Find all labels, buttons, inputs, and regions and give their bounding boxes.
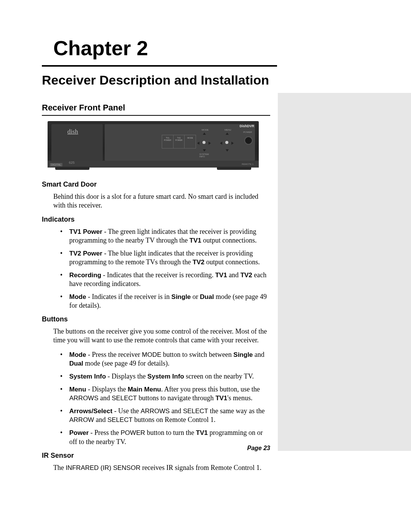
list-item: Mode - Indicates if the receiver is in S… [60,292,272,310]
remote-label: REMOTE 1 [242,163,253,165]
right-margin-shade [278,93,411,451]
list-item: Menu - Displays the Main Menu. After you… [60,385,272,403]
sub-smartcard: Smart Card Door [42,181,272,189]
section-rule [42,115,270,116]
dvr-label: DishDVR [239,124,254,128]
dish-logo: dish [67,128,78,136]
list-item: Mode - Press the receiver MODE button to… [60,350,272,368]
sub-indicators: Indicators [42,216,272,224]
buttons-list: Mode - Press the receiver MODE button to… [60,350,272,446]
power-label: POWER [243,131,252,133]
digital-label: DIGITAL [50,163,62,166]
dpad-left: MODE SYSTEM INFO [194,130,213,153]
chapter-heading: Chapter 2 [53,36,411,60]
buttons-intro: The buttons on the receiver give you som… [53,327,272,344]
sub-ir: IR Sensor [42,452,272,460]
dpad-right: MENU [217,130,236,153]
power-button-icon [244,136,253,145]
list-item: Recording - Indicates that the receiver … [60,271,272,288]
indicators-list: TV1 Power - The green light indicates th… [60,227,272,310]
sub-buttons: Buttons [42,315,272,323]
chapter-title: Receiver Description and Installation [42,73,277,88]
list-item: Power - Press the POWER button to turn t… [60,428,272,446]
list-item: TV2 Power - The blue light indicates tha… [60,249,272,267]
indicator-block: TV1 POWERTV2 POWERMODE [162,135,196,149]
list-item: TV1 Power - The green light indicates th… [60,227,272,245]
list-item: Arrows/Select - Use the ARROWS and SELEC… [60,407,272,424]
list-item: System Info - Displays the System Info s… [60,372,272,381]
model-number: 625 [69,161,75,165]
smartcard-text: Behind this door is a slot for a future … [53,192,272,209]
receiver-front-panel-figure: dish 625 DIGITAL TV1 POWERTV2 POWERMODE … [48,121,259,168]
page-number: Page 23 [247,445,270,452]
section-heading: Receiver Front Panel [42,103,272,113]
ir-text: The INFRARED (IR) SENSOR receives IR sig… [53,463,272,472]
chapter-rule [42,65,277,67]
